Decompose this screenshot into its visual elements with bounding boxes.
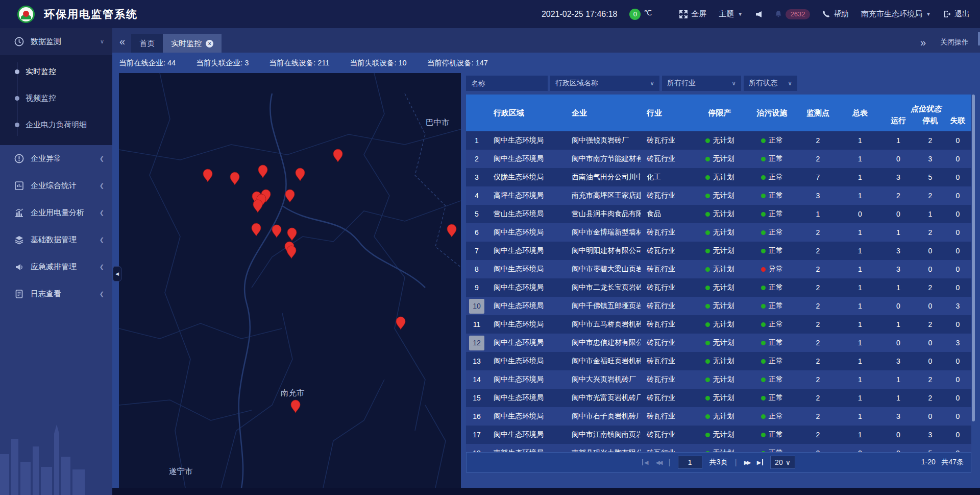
sidebar-group-基础数据管理[interactable]: 基础数据管理❮ (0, 226, 112, 253)
fullscreen-button[interactable]: 全屏 (679, 9, 706, 19)
cell-facility-status: 正常 (748, 320, 796, 329)
table-row[interactable]: 10阆中生态环境局阆中千佛镇五郎垭页岩砖瓦行业无计划正常21003 (466, 297, 971, 315)
sidebar-group-企业综合统计[interactable]: 企业综合统计❮ (0, 172, 112, 199)
sidebar-item-企业电力负荷明细[interactable]: 企业电力负荷明细 (0, 111, 112, 138)
cell-monitor-count: 2 (796, 284, 840, 292)
status-dot-icon (705, 396, 710, 400)
map-panel[interactable]: ◀ 巴中市南充市遂宁市 (119, 73, 461, 488)
sidebar-group-label: 企业综合统计 (31, 181, 100, 191)
cell-index: 13 (466, 357, 487, 365)
table-row[interactable]: 4高坪生态环境局南充市高坪区王家店建砖瓦行业无计划正常31220 (466, 186, 971, 205)
tab-realtime-monitor[interactable]: 实时监控 × (163, 34, 222, 53)
status-dot-icon (705, 175, 710, 180)
org-dropdown[interactable]: 南充市生态环境局 ▼ (861, 9, 931, 19)
chevron-down-icon: ∨ (786, 458, 791, 466)
status-dot-icon (705, 433, 710, 437)
cell-total-meter: 1 (840, 375, 880, 384)
cell-industry: 砖瓦行业 (641, 357, 692, 366)
sidebar-item-视频监控[interactable]: 视频监控 (0, 85, 112, 111)
logout-button[interactable]: 退出 (943, 9, 970, 19)
region-filter-select[interactable]: 行政区域名称 ∨ (550, 76, 659, 91)
pagination-divider: | (669, 458, 671, 467)
sidebar-item-实时监控[interactable]: 实时监控 (0, 58, 112, 85)
name-filter-input[interactable] (471, 79, 543, 87)
tab-home[interactable]: 首页 (131, 34, 163, 53)
help-label: 帮助 (834, 9, 849, 19)
cell-facility-status: 正常 (748, 412, 796, 421)
col-index (466, 95, 487, 131)
table-row[interactable]: 9阆中生态环境局阆中市二龙长宝页岩砖砖瓦行业无计划正常21120 (466, 278, 971, 297)
tabs-scroll-left-icon[interactable]: « (112, 36, 131, 53)
notifications[interactable]: 2632 (775, 9, 810, 19)
map-collapse-button[interactable]: ◀ (113, 266, 121, 281)
status-filter-select[interactable]: 所有状态 ∨ (744, 76, 797, 91)
chevron-down-icon: ▼ (926, 11, 931, 17)
col-group-point-status: 点位状态 (880, 95, 971, 115)
table-row[interactable]: 13阆中生态环境局阆中市金福旺页岩机砖砖瓦行业无计划正常21300 (466, 352, 971, 370)
tabs-scroll-right-icon[interactable]: » (920, 37, 926, 48)
table-row[interactable]: 18南部生态环境局南部县砚兴土陶有限公砖瓦行业无计划正常20050 (466, 444, 971, 452)
cell-limit-status: 无计划 (692, 154, 748, 163)
status-dot-icon (761, 322, 766, 327)
table-row[interactable]: 16阆中生态环境局阆中市石子页岩机砖厂砖瓦行业无计划正常21300 (466, 407, 971, 426)
last-page-button[interactable]: ▶ (757, 459, 763, 466)
cell-total-meter: 0 (840, 210, 880, 218)
first-page-button[interactable]: ◀ (642, 459, 648, 466)
cell-limit-status: 无计划 (692, 375, 748, 384)
prev-page-button[interactable]: ◀◀ (656, 459, 662, 466)
cell-facility-status: 异常 (748, 265, 796, 274)
sidebar-group-日志查看[interactable]: 日志查看❮ (0, 280, 112, 308)
close-operations-button[interactable]: 关闭操作 (940, 38, 969, 47)
chevron-down-icon: ∨ (731, 80, 736, 87)
status-dot-icon (761, 138, 766, 143)
cell-monitor-count: 2 (796, 431, 840, 439)
cell-monitor-count: 2 (796, 412, 840, 420)
status-stat: 当前在线设备: 211 (269, 58, 329, 68)
table-row[interactable]: 12阆中生态环境局阆中市忠信建材有限公砖瓦行业无计划正常21003 (466, 334, 971, 352)
cell-index: 1 (466, 136, 487, 145)
cell-stop-count: 0 (916, 247, 944, 255)
map-city-label: 南充市 (281, 388, 305, 397)
table-row[interactable]: 2阆中生态环境局阆中市南方节能建材有砖瓦行业无计划正常21030 (466, 150, 971, 168)
sidebar-group-应急减排管理[interactable]: 应急减排管理❮ (0, 253, 112, 280)
table-scrollbar[interactable] (972, 95, 975, 421)
sound-button[interactable] (755, 11, 763, 18)
table-row[interactable]: 17阆中生态环境局阆中市江南镇阆南页岩砖瓦行业无计划正常21030 (466, 426, 971, 444)
table-row[interactable]: 15阆中生态环境局阆中市光富页岩机砖厂砖瓦行业无计划正常21120 (466, 389, 971, 407)
table-row[interactable]: 6阆中生态环境局阆中市金博瑞新型墙材砖瓦行业无计划正常21120 (466, 223, 971, 242)
name-filter-field[interactable] (466, 76, 548, 91)
sidebar-group-企业异常[interactable]: 企业异常❮ (0, 145, 112, 172)
notification-count-badge: 2632 (786, 9, 810, 19)
page-size-select[interactable]: 20 ∨ (770, 456, 795, 469)
cell-region: 阆中生态环境局 (487, 338, 566, 347)
sidebar-item-label: 企业电力负荷明细 (26, 120, 87, 130)
help-button[interactable]: 帮助 (822, 9, 849, 19)
table-row[interactable]: 7阆中生态环境局阆中明阳建材有限公司砖瓦行业无计划正常21300 (466, 242, 971, 260)
statusbar: 当前在线企业: 44当前失联企业: 3当前在线设备: 211当前失联设备: 10… (112, 53, 980, 73)
table-row[interactable]: 14阆中生态环境局阆中大兴页岩机砖厂砖瓦行业无计划正常21120 (466, 370, 971, 389)
table-row[interactable]: 5营山生态环境局营山县润丰肉食品有限食品无计划正常10010 (466, 205, 971, 223)
cell-lost-count: 0 (944, 394, 971, 402)
cell-facility-status: 正常 (748, 301, 796, 311)
industry-filter-select[interactable]: 所有行业 ∨ (662, 76, 741, 91)
stats-icon (14, 181, 24, 191)
cell-monitor-count: 2 (796, 155, 840, 163)
table-row[interactable]: 1阆中生态环境局阆中强锐页岩砖厂砖瓦行业无计划正常21120 (466, 131, 971, 150)
sidebar-group-企业用电量分析[interactable]: 企业用电量分析❮ (0, 199, 112, 226)
table-row[interactable]: 8阆中生态环境局阆中市枣碧大梁山页岩砖瓦行业无计划异常21300 (466, 260, 971, 278)
next-page-button[interactable]: ▶▶ (744, 459, 750, 466)
page-number-input[interactable] (678, 456, 702, 469)
sidebar-group-label: 企业用电量分析 (31, 208, 100, 218)
theme-dropdown[interactable]: 主题 ▼ (719, 9, 743, 19)
cell-industry: 砖瓦行业 (641, 301, 692, 311)
cell-lost-count: 0 (944, 284, 971, 292)
status-dot-icon (705, 212, 710, 217)
cell-stop-count: 0 (916, 302, 944, 310)
table-row[interactable]: 3仪陇生态环境局西南油气田分公司川中化工无计划正常71350 (466, 168, 971, 186)
cell-total-meter: 1 (840, 173, 880, 181)
table-row[interactable]: 11阆中生态环境局阆中市五马桥页岩机砖砖瓦行业无计划正常21120 (466, 315, 971, 334)
sidebar-group-label: 日志查看 (31, 289, 100, 299)
sidebar-group-数据监测[interactable]: 数据监测∨ (0, 28, 112, 55)
tab-close-icon[interactable]: × (206, 40, 213, 48)
cell-index: 12 (466, 336, 487, 350)
